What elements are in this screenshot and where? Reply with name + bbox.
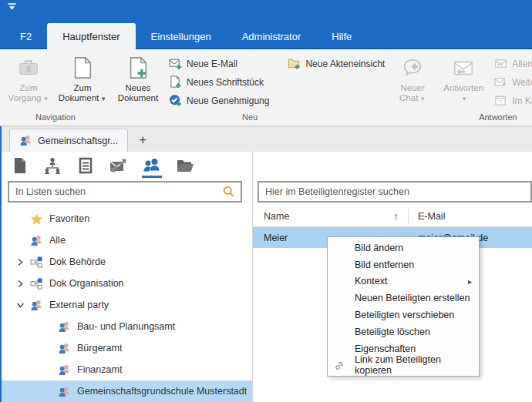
menu-item-beteiligte-loeschen[interactable]: Beteiligte löschen xyxy=(328,323,479,340)
weiterleiten-label: Weiterleite xyxy=(512,77,532,88)
participants-view-button[interactable] xyxy=(142,156,162,178)
antworten-button[interactable]: Antworten▼ xyxy=(436,49,490,104)
im-kalender-button[interactable]: 7 Im Kalend xyxy=(490,92,532,109)
neue-genehmigung-button[interactable]: Neue Genehmigung xyxy=(165,92,273,109)
weiterleiten-button[interactable]: Weiterleite xyxy=(490,74,532,90)
tree-item-external-party[interactable]: External party xyxy=(2,294,252,316)
participant-search-box xyxy=(258,181,532,203)
tree-item-label: Dok Behörde xyxy=(49,256,106,267)
allen-antworten-button[interactable]: Allen antw xyxy=(490,55,532,72)
list-tree: Favoriten Alle xyxy=(2,208,252,402)
org-structure-view-button[interactable] xyxy=(42,156,62,178)
tree-item-label: Favoriten xyxy=(49,213,89,224)
chevron-down-icon[interactable] xyxy=(12,301,28,309)
tree-item-buergeramt[interactable]: Bürgeramt xyxy=(2,337,252,359)
ribbon-tab-bar: F2 Hauptfenster Einstellungen Administra… xyxy=(0,23,532,49)
lists-view-button[interactable] xyxy=(76,156,96,178)
menu-item-bild-aendern[interactable]: Bild ändern xyxy=(328,240,479,256)
ribbon-tab-einstellungen[interactable]: Einstellungen xyxy=(136,23,227,49)
mail-plus-icon xyxy=(169,57,182,70)
chevron-right-icon[interactable] xyxy=(12,280,28,288)
zum-vorgang-button[interactable]: Zum Vorgang▼ xyxy=(2,49,56,104)
submenu-arrow-icon: ▸ xyxy=(468,277,472,286)
title-bar xyxy=(0,0,532,23)
column-header-name[interactable]: Name ↑ xyxy=(253,210,408,222)
ribbon-tab-hilfe[interactable]: Hilfe xyxy=(316,23,367,49)
people-pair-icon xyxy=(28,235,45,246)
allen-antworten-label: Allen antw xyxy=(512,59,532,69)
menu-item-link-kopieren[interactable]: Link zum Beteiligten kopieren xyxy=(328,357,479,374)
new-tab-button[interactable]: + xyxy=(128,129,157,152)
neuer-chat-button[interactable]: Neuer Chat▼ xyxy=(390,49,435,104)
dropdown-caret-icon: ▼ xyxy=(42,95,49,102)
tree-item-favoriten[interactable]: Favoriten xyxy=(2,208,252,229)
link-icon xyxy=(334,360,345,371)
tree-item-bau-und-planungsamt[interactable]: Bau- und Planungsamt xyxy=(2,316,252,337)
forward-mail-icon xyxy=(494,75,507,89)
menu-item-kontext[interactable]: Kontext ▸ xyxy=(328,273,479,290)
quick-access-toolbar-icon[interactable] xyxy=(7,3,17,11)
tree-item-label: Bürgeramt xyxy=(77,343,122,353)
documents-view-button[interactable] xyxy=(9,156,29,178)
people-pair-icon xyxy=(56,386,72,397)
chevron-right-icon[interactable] xyxy=(12,258,28,266)
tree-item-label: External party xyxy=(49,300,109,310)
ribbon-group-chat: Neuer Chat▼ xyxy=(390,49,435,126)
sort-ascending-icon: ↑ xyxy=(394,210,399,222)
participant-search-input[interactable] xyxy=(259,186,530,197)
context-menu: Bild ändern Bild entfernen Kontext ▸ Neu… xyxy=(327,236,480,377)
ribbon-tab-hauptfenster[interactable]: Hauptfenster xyxy=(47,23,135,49)
tree-item-finanzamt[interactable]: Finanzamt xyxy=(2,359,252,380)
document-plus-icon xyxy=(127,55,149,81)
svg-text:7: 7 xyxy=(499,99,502,104)
dropdown-caret-icon: ▼ xyxy=(100,95,106,102)
tree-item-label: Bau- und Planungsamt xyxy=(77,321,175,332)
tree-item-label: Dok Organisation xyxy=(49,278,124,289)
page-plus-icon xyxy=(169,75,182,89)
group-label-chat xyxy=(390,112,435,126)
neue-akteneinsicht-label: Neue Akteneinsicht xyxy=(305,59,385,69)
neues-schriftstueck-button[interactable]: Neues Schriftstück xyxy=(165,74,273,90)
neue-email-button[interactable]: Neue E-Mail xyxy=(165,55,273,72)
list-search-input[interactable] xyxy=(9,186,223,197)
menu-item-beteiligten-verschieben[interactable]: Beteiligten verschieben xyxy=(328,307,479,323)
star-icon xyxy=(28,213,45,226)
dropdown-caret-icon: ▼ xyxy=(419,95,426,102)
zum-dokument-button[interactable]: Zum Dokument▼ xyxy=(56,49,109,104)
list-search-box xyxy=(8,181,242,203)
neues-dokument-button[interactable]: Neues Dokument xyxy=(111,49,165,103)
zum-vorgang-label: Zum Vorgang xyxy=(8,83,42,102)
ribbon-tab-f2[interactable]: F2 xyxy=(5,23,47,49)
calendar-icon: 7 xyxy=(494,94,507,107)
tree-item-label: Alle xyxy=(49,235,66,246)
document-tab-gemeinschaftsgrundschule[interactable]: Gemeinschaftsgr... xyxy=(9,129,128,152)
column-header-email[interactable]: E-Mail xyxy=(409,211,532,222)
menu-item-bild-entfernen[interactable]: Bild entfernen xyxy=(328,256,479,273)
mail-exchange-view-button[interactable] xyxy=(109,156,129,178)
ribbon-tab-administrator[interactable]: Administrator xyxy=(227,23,317,49)
briefcase-icon xyxy=(17,55,40,81)
search-icon xyxy=(223,186,235,198)
folder-plus-icon xyxy=(288,57,301,70)
folders-view-button[interactable] xyxy=(175,156,195,178)
tree-item-dok-behoerde[interactable]: Dok Behörde xyxy=(2,251,252,273)
im-kalender-label: Im Kalend xyxy=(512,95,532,106)
org-unit-icon xyxy=(28,277,45,290)
people-pair-icon xyxy=(28,300,45,311)
people-pair-icon xyxy=(56,343,72,354)
antworten-label: Antworten xyxy=(443,83,483,92)
menu-item-neuen-beteiligten-erstellen[interactable]: Neuen Beteiligten erstellen xyxy=(328,290,479,307)
neue-genehmigung-label: Neue Genehmigung xyxy=(187,95,269,106)
neue-akteneinsicht-button[interactable]: Neue Akteneinsicht xyxy=(284,55,389,72)
chat-bubble-plus-icon xyxy=(401,55,424,81)
table-header: Name ↑ E-Mail xyxy=(253,206,532,227)
reply-mail-icon xyxy=(451,55,476,81)
tree-item-alle[interactable]: Alle xyxy=(2,229,252,251)
group-label-navigation: Navigation xyxy=(2,112,109,126)
dropdown-caret-icon: ▼ xyxy=(445,94,483,104)
approval-check-icon xyxy=(169,94,182,107)
tree-item-label: Finanzamt xyxy=(77,364,122,375)
tree-item-dok-organisation[interactable]: Dok Organisation xyxy=(2,273,252,294)
neues-schriftstueck-label: Neues Schriftstück xyxy=(187,77,264,88)
tree-item-gemeinschaftsgrundschule[interactable]: Gemeinschaftsgrundschule Musterstadt xyxy=(2,380,252,402)
